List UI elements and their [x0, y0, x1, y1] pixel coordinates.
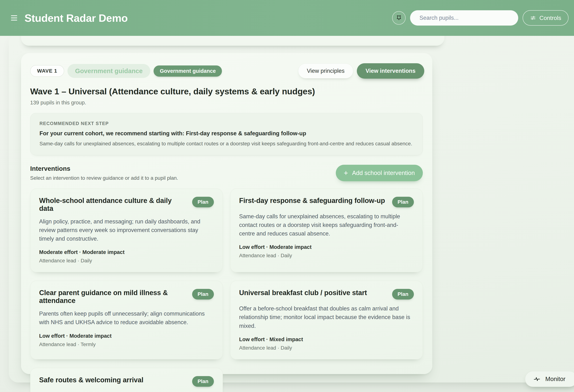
- card-owner-cadence: Attendance lead · Daily: [239, 253, 414, 259]
- plan-badge[interactable]: Plan: [192, 289, 214, 299]
- interventions-grid: Whole-school attendance culture & daily …: [30, 188, 423, 392]
- card-description: Offer a before-school breakfast that dou…: [239, 304, 414, 330]
- interventions-header-row: Interventions Select an intervention to …: [30, 165, 423, 181]
- add-school-intervention-button[interactable]: + Add school intervention: [336, 165, 423, 181]
- plan-badge[interactable]: Plan: [192, 376, 214, 387]
- plan-badge[interactable]: Plan: [392, 289, 414, 299]
- guidance-badge-light: Government guidance: [67, 64, 150, 78]
- add-intervention-label: Add school intervention: [352, 169, 415, 176]
- sliders-icon: [530, 15, 536, 21]
- plan-badge[interactable]: Plan: [392, 197, 414, 207]
- view-principles-button[interactable]: View principles: [298, 63, 353, 79]
- header-actions: Controls: [392, 10, 569, 26]
- card-description: Align policy, practice, and messaging; r…: [39, 217, 214, 243]
- pupil-count: 139 pupils in this group.: [30, 100, 424, 106]
- controls-label: Controls: [539, 15, 561, 21]
- card-description: Same-day calls for unexplained absences,…: [239, 212, 414, 238]
- card-owner-cadence: Attendance lead · Termly: [39, 342, 214, 347]
- interventions-subheading: Select an intervention to review guidanc…: [30, 175, 178, 181]
- intervention-card[interactable]: Clear parent guidance on mild illness & …: [30, 281, 223, 359]
- monitor-button[interactable]: Monitor: [525, 371, 574, 387]
- pulse-icon: [533, 375, 541, 383]
- badge-row: WAVE 1 Government guidance Government gu…: [30, 63, 424, 79]
- card-title: Whole-school attendance culture & daily …: [39, 197, 192, 212]
- card-title: Clear parent guidance on mild illness & …: [39, 289, 192, 305]
- recommendation-detail: Same-day calls for unexplained absences,…: [40, 141, 413, 147]
- card-owner-cadence: Attendance lead · Daily: [39, 258, 214, 264]
- app-title: Student Radar Demo: [24, 12, 128, 24]
- intervention-card[interactable]: Safe routes & welcoming arrival Plan Saf…: [30, 368, 223, 392]
- wave-panel: WAVE 1 Government guidance Government gu…: [21, 53, 432, 374]
- recommendation-label: RECOMMENDED NEXT STEP: [40, 121, 413, 126]
- wave-badge: WAVE 1: [30, 65, 64, 77]
- card-effort-impact: Low effort · Moderate impact: [39, 333, 214, 339]
- notifications-button[interactable]: [392, 11, 406, 25]
- bell-icon: [396, 15, 402, 21]
- card-effort-impact: Low effort · Mixed impact: [239, 336, 414, 342]
- monitor-label: Monitor: [545, 375, 565, 383]
- card-description: Parents often keep pupils off unnecessar…: [39, 309, 214, 327]
- card-description: Safer, simpler journeys (e.g., walking s…: [39, 392, 214, 392]
- intervention-card[interactable]: First-day response & safeguarding follow…: [230, 188, 423, 272]
- card-title: Universal breakfast club / positive star…: [239, 289, 392, 297]
- recommendation-headline: For your current cohort, we recommend st…: [40, 130, 413, 137]
- controls-button[interactable]: Controls: [523, 10, 569, 26]
- search-input[interactable]: [410, 10, 518, 26]
- card-effort-impact: Low effort · Moderate impact: [239, 244, 414, 250]
- panel-actions: View principles View interventions: [298, 63, 424, 79]
- plan-badge[interactable]: Plan: [192, 197, 214, 207]
- page-title: Wave 1 – Universal (Attendance culture, …: [30, 86, 424, 96]
- interventions-heading: Interventions: [30, 165, 178, 172]
- guidance-badge-dark: Government guidance: [154, 65, 222, 77]
- card-owner-cadence: Attendance lead · Daily: [239, 345, 414, 351]
- intervention-card[interactable]: Universal breakfast club / positive star…: [230, 281, 423, 359]
- interventions-header-text: Interventions Select an intervention to …: [30, 165, 178, 181]
- menu-icon[interactable]: [11, 15, 17, 21]
- intervention-card[interactable]: Whole-school attendance culture & daily …: [30, 188, 223, 272]
- card-title: First-day response & safeguarding follow…: [239, 197, 392, 205]
- card-effort-impact: Moderate effort · Moderate impact: [39, 249, 214, 255]
- app-header: Student Radar Demo Controls: [0, 0, 574, 36]
- plus-icon: +: [344, 170, 348, 176]
- recommended-next-step: RECOMMENDED NEXT STEP For your current c…: [30, 113, 423, 155]
- view-interventions-button[interactable]: View interventions: [357, 63, 424, 79]
- card-title: Safe routes & welcoming arrival: [39, 376, 192, 384]
